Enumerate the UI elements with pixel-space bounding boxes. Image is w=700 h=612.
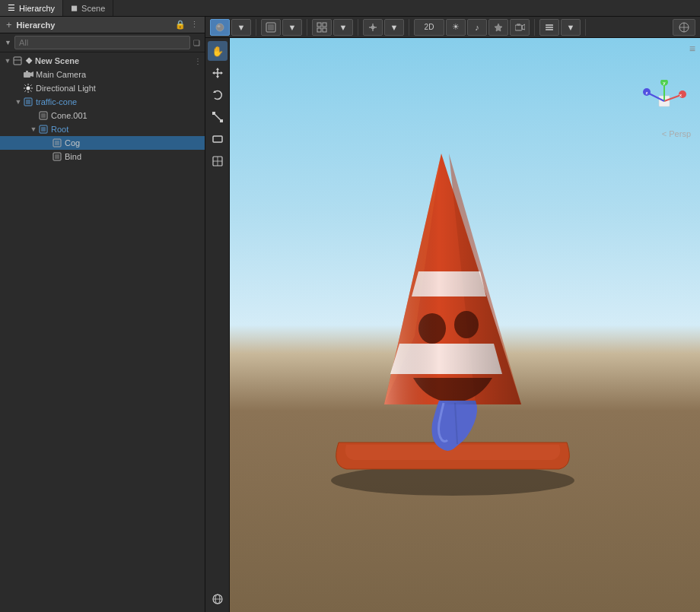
tree-item-directional-light[interactable]: Directional Light <box>0 81 205 95</box>
scene-hamburger-menu[interactable]: ≡ <box>689 43 695 55</box>
right-group: ▼ <box>539 19 586 36</box>
move-tool-btn[interactable] <box>208 63 228 83</box>
tab-bar: ☰ Hierarchy ◼ Scene <box>0 0 700 17</box>
root-go-icon <box>38 124 49 135</box>
svg-rect-21 <box>55 141 59 145</box>
svg-rect-0 <box>14 57 21 65</box>
scene-tab-icon: ◼ <box>71 3 78 13</box>
new-scene-label: ❖ New Scene <box>25 56 79 66</box>
traffic-cone-label: traffic-cone <box>36 97 77 106</box>
scene-tab-label: Scene <box>81 4 105 13</box>
scene-icon <box>12 55 23 66</box>
svg-rect-30 <box>317 28 321 32</box>
hand-tool-btn[interactable]: ✋ <box>208 41 228 61</box>
svg-marker-57 <box>216 68 219 70</box>
collapse-icon[interactable]: ❏ <box>193 39 200 47</box>
hierarchy-header: + Hierarchy 🔒 ⋮ <box>0 17 205 33</box>
tree-item-new-scene[interactable]: ▼ ❖ New Scene ⋮ <box>0 54 205 68</box>
bind-label: Bind <box>65 152 81 161</box>
svg-rect-63 <box>220 119 223 122</box>
tree-item-cog[interactable]: Cog <box>0 136 205 150</box>
svg-marker-59 <box>212 71 215 75</box>
svg-line-11 <box>30 90 31 91</box>
world-tool-btn[interactable] <box>208 589 228 609</box>
audio-toggle-btn[interactable]: ♪ <box>467 19 487 36</box>
layers-btn[interactable] <box>539 19 559 36</box>
overlay-grid-btn[interactable] <box>312 19 332 36</box>
hierarchy-tree: ▼ ❖ New Scene ⋮ <box>0 52 205 612</box>
tree-item-root[interactable]: ▼ Root <box>0 122 205 136</box>
camera-preview-btn[interactable] <box>510 19 530 36</box>
nav-gizmo-btn[interactable] <box>673 19 695 36</box>
search-bar: ▼ ❏ <box>0 33 205 52</box>
svg-text:z: z <box>646 90 648 95</box>
svg-rect-2 <box>24 72 30 78</box>
view-group: 2D ☀ ♪ <box>414 19 535 36</box>
search-input[interactable] <box>14 36 190 49</box>
render-group: ▼ <box>261 19 307 36</box>
persp-label: < Persp <box>662 129 691 138</box>
svg-rect-17 <box>41 113 46 118</box>
more-options-icon[interactable]: ⋮ <box>190 20 199 30</box>
search-actions: ❏ <box>193 39 200 47</box>
render-dropdown-btn[interactable]: ▼ <box>282 19 302 36</box>
camera-icon <box>23 69 33 80</box>
shading-group: ▼ <box>210 19 256 36</box>
svg-line-13 <box>25 90 26 91</box>
svg-line-10 <box>25 85 26 86</box>
main-camera-label: Main Camera <box>36 70 86 79</box>
svg-point-72 <box>331 465 574 496</box>
shaded-mode-btn[interactable] <box>210 19 230 36</box>
svg-rect-28 <box>317 23 321 27</box>
render-btn[interactable] <box>261 19 281 36</box>
hierarchy-tab-icon: ☰ <box>8 3 15 13</box>
hierarchy-header-icons: 🔒 ⋮ <box>175 20 199 30</box>
new-scene-more[interactable]: ⋮ <box>194 57 202 65</box>
lock-icon[interactable]: 🔒 <box>175 20 186 30</box>
scale-tool-btn[interactable] <box>208 107 228 127</box>
tree-item-bind[interactable]: Bind <box>0 150 205 163</box>
axis-gizmo[interactable]: x y z <box>643 80 689 125</box>
svg-line-12 <box>30 85 31 86</box>
traffic-cone-model <box>308 108 597 503</box>
traffic-cone-go-icon <box>23 97 33 107</box>
gizmo-btn[interactable] <box>363 19 383 36</box>
bind-mesh-icon <box>52 151 62 162</box>
svg-rect-31 <box>323 28 326 32</box>
arrow-root: ▼ <box>29 125 38 133</box>
arrow-new-scene: ▼ <box>3 57 12 65</box>
tree-item-cone001[interactable]: Cone.001 <box>0 109 205 122</box>
cone001-mesh-icon <box>38 110 49 121</box>
2d-toggle-btn[interactable]: 2D <box>414 19 444 36</box>
svg-rect-41 <box>546 29 553 30</box>
hierarchy-plus-icon[interactable]: + <box>6 19 12 30</box>
tree-item-main-camera[interactable]: Main Camera <box>0 68 205 81</box>
light-toggle-btn[interactable]: ☀ <box>446 19 466 36</box>
fx-toggle-btn[interactable] <box>488 19 508 36</box>
search-dropdown-icon[interactable]: ▼ <box>5 39 11 46</box>
left-tools-panel: ✋ <box>205 38 230 612</box>
arrow-traffic-cone: ▼ <box>14 98 23 106</box>
main-area: + Hierarchy 🔒 ⋮ ▼ ❏ ▼ <box>0 17 700 612</box>
light-icon <box>23 83 33 94</box>
overlay-group: ▼ <box>312 19 358 36</box>
dropdown-btn[interactable]: ▼ <box>561 19 581 36</box>
hierarchy-title: Hierarchy <box>17 21 56 30</box>
hierarchy-tab-label: Hierarchy <box>19 4 55 13</box>
svg-rect-65 <box>213 136 222 142</box>
tab-hierarchy[interactable]: ☰ Hierarchy <box>0 0 63 16</box>
rect-tool-btn[interactable] <box>208 129 228 149</box>
svg-point-25 <box>218 25 221 27</box>
2d-label: 2D <box>425 23 434 31</box>
overlay-dropdown-btn[interactable]: ▼ <box>333 19 353 36</box>
gizmo-dropdown-btn[interactable]: ▼ <box>384 19 404 36</box>
svg-rect-64 <box>212 112 215 115</box>
rotate-tool-btn[interactable] <box>208 85 228 105</box>
cone001-label: Cone.001 <box>51 111 88 120</box>
tree-item-traffic-cone[interactable]: ▼ traffic-cone <box>0 95 205 109</box>
transform-tool-btn[interactable] <box>208 151 228 171</box>
tab-scene[interactable]: ◼ Scene <box>63 0 113 16</box>
svg-marker-3 <box>30 71 33 77</box>
shading-dropdown-btn[interactable]: ▼ <box>231 19 251 36</box>
svg-rect-38 <box>517 24 520 25</box>
